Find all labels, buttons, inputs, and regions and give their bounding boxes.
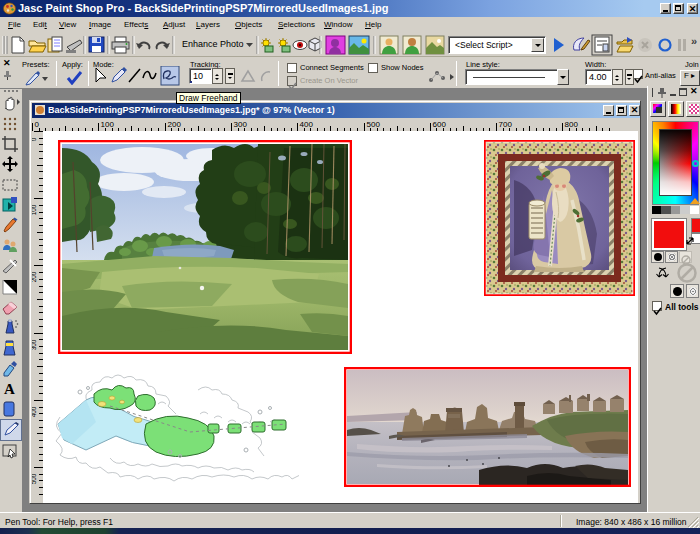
svg-text:100: 100 [32, 204, 37, 215]
svg-text:A: A [4, 381, 15, 397]
svg-text:200: 200 [32, 271, 37, 282]
svg-text:500: 500 [367, 120, 381, 129]
svg-text:500: 500 [32, 473, 37, 484]
svg-text:300: 300 [234, 120, 248, 129]
svg-text:100: 100 [101, 120, 115, 129]
svg-text:400: 400 [300, 120, 314, 129]
svg-text:300: 300 [32, 339, 37, 350]
svg-text:0: 0 [35, 120, 40, 129]
svg-text:Enhance Photo: Enhance Photo [182, 39, 244, 49]
svg-text:0: 0 [32, 137, 37, 141]
svg-text:800: 800 [565, 120, 579, 129]
svg-text:200: 200 [168, 120, 182, 129]
svg-text:700: 700 [499, 120, 513, 129]
svg-text:600: 600 [433, 120, 447, 129]
svg-text:400: 400 [32, 406, 37, 417]
